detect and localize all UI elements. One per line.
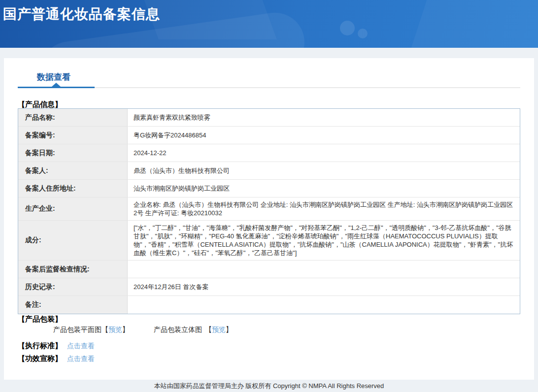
table-row: 备案人住所地址: 汕头市潮南区胪岗镇胪岗工业园区: [18, 180, 520, 197]
preview-stereo-link[interactable]: 预览: [212, 326, 226, 334]
tab-active-triangle-icon: [52, 83, 61, 87]
content-card: 数据查看 【产品信息】 产品名称: 颜素真虾青素双抗紧致喷雾 备案编号: 粤G妆…: [4, 58, 534, 380]
row-value: 企业名称: 鼎丞（汕头市）生物科技有限公司 企业地址: 汕头市潮南区胪岗镇胪岗工…: [128, 197, 520, 220]
row-label: 历史记录:: [18, 278, 128, 295]
efficacy-view-link[interactable]: 点击查看: [67, 355, 95, 363]
table-row: 生产企业: 企业名称: 鼎丞（汕头市）生物科技有限公司 企业地址: 汕头市潮南区…: [18, 197, 520, 221]
table-row: 备案人: 鼎丞（汕头市）生物科技有限公司: [18, 162, 520, 180]
standard-view-link[interactable]: 点击查看: [67, 342, 95, 351]
table-row: 历史记录: 2024年12月26日 首次备案: [18, 278, 520, 296]
table-row: 备案日期: 2024-12-22: [18, 144, 520, 162]
table-row: 产品名称: 颜素真虾青素双抗紧致喷雾: [18, 109, 520, 127]
table-row: 成分: ["水"，"丁二醇"，"甘油"，"海藻糖"，"乳酸杆菌发酵产物"，"对羟…: [18, 221, 520, 261]
page-header: 国产普通化妆品备案信息: [0, 0, 538, 48]
section-standard: 【执行标准】: [18, 341, 62, 351]
table-row: 备注:: [18, 296, 520, 314]
row-label: 备案人住所地址:: [18, 180, 128, 197]
packaging-stereo-label: 产品包装立体图: [154, 326, 202, 334]
product-info-table: 产品名称: 颜素真虾青素双抗紧致喷雾 备案编号: 粤G妆网备字202448685…: [18, 108, 520, 314]
page: { "header": { "title": "国产普通化妆品备案信息" }, …: [0, 0, 538, 392]
page-title: 国产普通化妆品备案信息: [3, 5, 160, 24]
packaging-flat-label: 产品包装平面图: [53, 326, 101, 334]
header-decor-shape: [406, 0, 538, 48]
bracket-open: 【: [101, 326, 108, 334]
row-value: 2024年12月26日 首次备案: [128, 278, 520, 295]
tab-data-view[interactable]: 数据查看: [37, 71, 70, 83]
table-row: 备案后监督检查情况:: [18, 261, 520, 278]
preview-flat-link[interactable]: 预览: [108, 326, 122, 334]
row-label: 产品名称:: [18, 109, 128, 126]
row-value: [128, 261, 520, 278]
table-row: 备案编号: 粤G妆网备字2024486854: [18, 127, 520, 144]
header-decor-circle: [358, 29, 368, 38]
footer-copyright-text: 本站由国家药品监督管理局主办 版权所有 Copyright © NMPA All…: [154, 382, 384, 391]
row-label: 备案后监督检查情况:: [18, 261, 128, 278]
bracket-open: 【: [205, 326, 212, 334]
row-value: 鼎丞（汕头市）生物科技有限公司: [128, 162, 520, 179]
row-label: 备注:: [18, 296, 128, 314]
row-label: 备案编号:: [18, 127, 128, 144]
row-label: 成分:: [18, 221, 128, 260]
row-value: 颜素真虾青素双抗紧致喷雾: [128, 109, 520, 126]
bracket-close: 】: [122, 326, 129, 334]
row-label: 生产企业:: [18, 197, 128, 220]
section-packaging: 【产品包装】: [18, 315, 62, 324]
row-value: 粤G妆网备字2024486854: [128, 127, 520, 144]
row-value: [128, 296, 520, 314]
header-decor-circle: [340, 21, 355, 35]
bracket-close: 】: [226, 326, 233, 334]
section-efficacy: 【功效宣称】: [18, 354, 62, 363]
row-label: 备案日期:: [18, 144, 128, 162]
tab-active-underline: [18, 87, 95, 88]
row-value: 2024-12-22: [128, 144, 520, 162]
row-value: 汕头市潮南区胪岗镇胪岗工业园区: [128, 180, 520, 197]
packaging-row: 产品包装平面图 【预览】 产品包装立体图 【预览】: [53, 326, 233, 334]
row-value: ["水"，"丁二醇"，"甘油"，"海藻糖"，"乳酸杆菌发酵产物"，"对羟基苯乙酮…: [128, 221, 520, 260]
tab-divider-line: [95, 87, 520, 88]
page-footer: 本站由国家药品监督管理局主办 版权所有 Copyright © NMPA All…: [0, 380, 538, 392]
efficacy-row: 【功效宣称】 点击查看: [18, 354, 95, 363]
row-label: 备案人:: [18, 162, 128, 179]
standard-row: 【执行标准】 点击查看: [18, 341, 95, 351]
